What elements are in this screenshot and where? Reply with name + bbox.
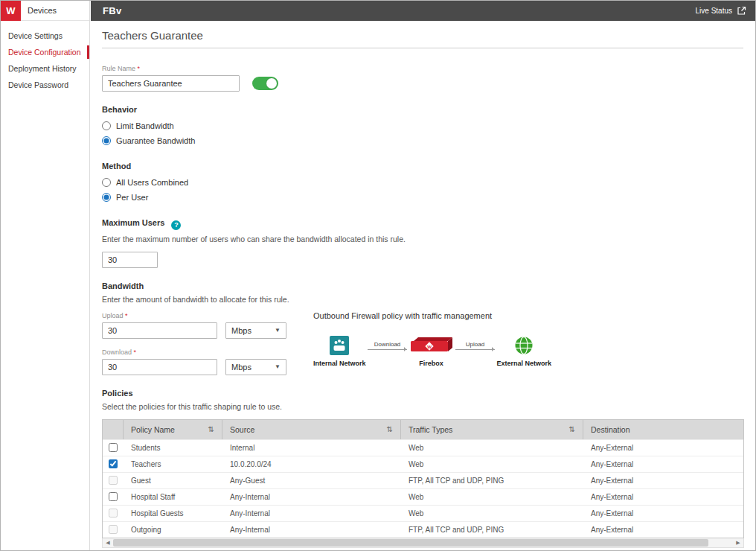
download-unit-value: Mbps (231, 363, 252, 372)
bandwidth-zone: Upload * Mbps ▼ Download * (102, 312, 743, 375)
brand-header: W Devices (1, 1, 89, 21)
maximum-users-input[interactable] (102, 252, 158, 268)
method-option-label: Per User (116, 193, 148, 202)
sort-icon[interactable]: ⇅ (569, 425, 575, 433)
policy-checkbox-guest (109, 476, 118, 485)
upload-unit-select[interactable]: Mbps ▼ (225, 322, 286, 339)
rule-enabled-toggle[interactable] (252, 77, 278, 90)
behavior-radio-0[interactable] (102, 121, 111, 130)
behavior-option-label: Guarantee Bandwidth (116, 136, 195, 145)
download-input[interactable] (102, 359, 217, 375)
sidebar: W Devices Device SettingsDevice Configur… (1, 1, 90, 550)
upload-input[interactable] (102, 322, 217, 339)
policy-row-outgoing: OutgoingAny-InternalFTP, All TCP and UDP… (103, 521, 743, 538)
policy-name-cell: Hospital Guests (124, 506, 222, 521)
firebox-label: Firebox (419, 360, 443, 367)
behavior-options: Limit BandwidthGuarantee Bandwidth (102, 118, 743, 148)
help-icon[interactable]: ? (171, 220, 181, 230)
policy-checkbox-students[interactable] (109, 443, 118, 452)
behavior-label: Behavior (102, 105, 743, 114)
internal-network-icon (330, 336, 349, 355)
firebox-icon: W (409, 336, 454, 355)
policy-checkbox-teachers[interactable] (109, 459, 118, 468)
sidebar-item-deployment-history[interactable]: Deployment History (1, 60, 89, 77)
policy-source-cell: Any-Guest (222, 473, 401, 488)
chevron-down-icon: ▼ (275, 327, 281, 334)
download-unit-select[interactable]: Mbps ▼ (225, 359, 286, 375)
policy-row-hospital-staff: Hospital StaffAny-InternalWebAny-Externa… (103, 488, 743, 505)
app-window: W Devices Device SettingsDevice Configur… (0, 0, 756, 551)
policy-traffic-types-cell: Web (401, 440, 583, 456)
policy-traffic-types-cell: Web (401, 506, 583, 521)
policy-row-teachers: Teachers10.0.20.0/24WebAny-External (103, 456, 743, 472)
policy-row-students: StudentsInternalWebAny-External (103, 439, 743, 456)
policies-description: Select the policies for this traffic sha… (102, 402, 743, 411)
diagram-flow: Internal Network Download (313, 336, 566, 367)
topbar: FBv Live Status (91, 1, 755, 21)
rule-name-label: Rule Name * (102, 65, 743, 72)
behavior-option-label: Limit Bandwidth (116, 121, 174, 130)
sort-icon[interactable]: ⇅ (387, 425, 393, 433)
upload-arrow-label: Upload (466, 341, 484, 348)
policy-name-cell: Guest (124, 473, 222, 488)
policies-table: Policy Name⇅Source⇅Traffic Types⇅Destina… (102, 419, 744, 538)
behavior-option-limit-bandwidth[interactable]: Limit Bandwidth (102, 118, 743, 133)
rule-name-input[interactable] (102, 75, 240, 92)
brand-label: Devices (28, 6, 57, 15)
maximum-users-label-text: Maximum Users (102, 218, 164, 227)
external-network-node: External Network (497, 336, 552, 367)
column-header-policy-name[interactable]: Policy Name⇅ (124, 420, 222, 439)
policy-destination-cell: Any-External (583, 489, 743, 505)
column-header-traffic-types[interactable]: Traffic Types⇅ (401, 420, 583, 439)
download-label-text: Download (102, 348, 132, 356)
live-status-link[interactable]: Live Status (696, 6, 746, 16)
method-radio-1[interactable] (102, 193, 111, 202)
policy-source-cell: Internal (222, 440, 401, 456)
policy-destination-cell: Any-External (583, 473, 743, 488)
policy-checkbox-hospital-staff[interactable] (109, 492, 118, 501)
external-network-label: External Network (497, 360, 552, 367)
bandwidth-label: Bandwidth (102, 281, 743, 290)
required-asterisk: * (134, 348, 137, 356)
policy-name-cell: Hospital Staff (124, 489, 222, 505)
sidebar-nav: Device SettingsDevice ConfigurationDeplo… (1, 21, 89, 93)
sidebar-item-device-password[interactable]: Device Password (1, 77, 89, 93)
policy-checkbox-cell (103, 489, 124, 505)
behavior-radio-1[interactable] (102, 136, 111, 145)
bandwidth-description: Enter the amount of bandwidth to allocat… (102, 295, 743, 304)
scroll-right-button[interactable]: ▶ (733, 538, 743, 547)
watchguard-logo-icon: W (1, 1, 21, 21)
sidebar-item-device-settings[interactable]: Device Settings (1, 28, 89, 44)
policy-destination-cell: Any-External (583, 456, 743, 472)
policy-source-cell: 10.0.20.0/24 (222, 456, 401, 472)
policy-checkbox-hospital-guests (109, 509, 118, 517)
method-label: Method (102, 162, 743, 171)
external-network-icon (514, 336, 534, 355)
internal-network-label: Internal Network (313, 360, 366, 367)
policy-checkbox-cell (103, 522, 124, 538)
policy-name-cell: Teachers (124, 456, 222, 472)
sort-icon[interactable]: ⇅ (208, 425, 214, 433)
sidebar-item-device-configuration[interactable]: Device Configuration (1, 44, 89, 60)
scrollbar-track[interactable] (113, 538, 733, 547)
policy-checkbox-outgoing (109, 525, 118, 534)
behavior-option-guarantee-bandwidth[interactable]: Guarantee Bandwidth (102, 133, 743, 148)
svg-text:W: W (427, 345, 432, 349)
scrollbar-thumb[interactable] (113, 539, 708, 547)
policy-destination-cell: Any-External (583, 506, 743, 521)
policy-name-cell: Students (124, 440, 222, 456)
column-header-source[interactable]: Source⇅ (222, 420, 401, 439)
policy-destination-cell: Any-External (583, 522, 743, 538)
method-option-per-user[interactable]: Per User (102, 190, 743, 205)
column-header-label: Traffic Types (409, 425, 563, 434)
required-asterisk: * (138, 65, 141, 72)
horizontal-scrollbar[interactable]: ◀ ▶ (102, 538, 744, 548)
policy-name-cell: Outgoing (124, 522, 222, 538)
policies-header-row: Policy Name⇅Source⇅Traffic Types⇅Destina… (103, 420, 743, 439)
method-option-all-users-combined[interactable]: All Users Combined (102, 175, 743, 190)
policy-row-guest: GuestAny-GuestFTP, All TCP and UDP, PING… (103, 472, 743, 488)
method-option-label: All Users Combined (116, 178, 188, 187)
required-asterisk: * (125, 312, 128, 319)
scroll-left-button[interactable]: ◀ (103, 538, 113, 547)
method-radio-0[interactable] (102, 178, 111, 187)
